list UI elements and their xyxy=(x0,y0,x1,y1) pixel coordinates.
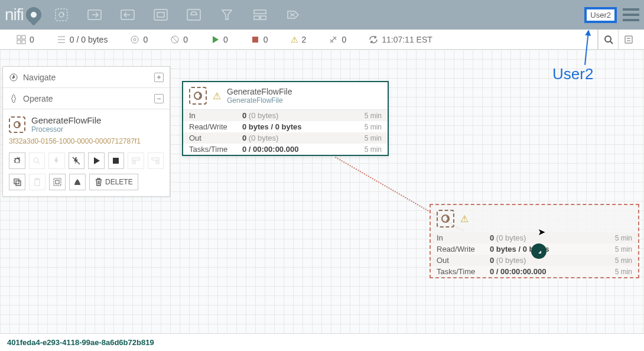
view-button xyxy=(29,152,45,169)
processor-name: GenerateFlowFile xyxy=(227,87,292,96)
operate-proc-type: Processor xyxy=(31,125,101,134)
breadcrumb-root[interactable]: 401feda4-e293-4118-99ae-8a6d6b72b819 xyxy=(7,338,154,347)
status-remote-out: 0 xyxy=(160,35,199,44)
navigate-expand-icon[interactable]: + xyxy=(154,73,164,82)
svg-rect-25 xyxy=(156,161,159,164)
process-group-icon[interactable] xyxy=(152,6,169,23)
funnel-icon[interactable] xyxy=(219,6,235,23)
top-toolbar: nifi User2 xyxy=(0,0,644,30)
start-button[interactable] xyxy=(88,152,105,169)
svg-rect-21 xyxy=(113,158,119,164)
paste-button xyxy=(29,174,45,190)
annotation-label: User2 xyxy=(552,65,593,83)
svg-rect-30 xyxy=(54,178,61,186)
operate-collapse-icon[interactable]: − xyxy=(154,94,164,103)
svg-rect-23 xyxy=(132,161,135,164)
navigate-panel-header[interactable]: Navigate + xyxy=(3,67,170,88)
stat-row: Out0 (0 bytes)5 min xyxy=(183,132,388,144)
operate-panel-body: GenerateFlowFile Processor 3f32a3d0-0156… xyxy=(3,109,170,196)
svg-rect-18 xyxy=(625,36,632,43)
svg-point-20 xyxy=(34,158,38,162)
svg-rect-31 xyxy=(56,180,59,184)
enable-button xyxy=(48,152,65,169)
connection-drop-icon[interactable] xyxy=(531,243,547,259)
copy-button[interactable] xyxy=(9,174,25,190)
svg-rect-9 xyxy=(17,35,21,39)
processor-icon xyxy=(189,87,207,105)
upload-template-button xyxy=(148,152,164,169)
configure-button[interactable] xyxy=(9,152,25,169)
status-queued: 0 / 0 bytes xyxy=(46,35,119,44)
delete-button[interactable]: DELETE xyxy=(89,174,138,190)
status-bar: 0 0 / 0 bytes 0 0 0 0 ⚠ 2 0 11:07:11 EST xyxy=(0,30,644,50)
processor-card-generateflowfile[interactable]: ⚠ GenerateFlowFile GenerateFlowFile In0 … xyxy=(182,81,389,156)
processor-icon[interactable] xyxy=(53,6,70,23)
status-groups: 0 xyxy=(6,35,45,44)
status-running: 0 xyxy=(200,35,239,44)
remote-group-icon[interactable] xyxy=(186,6,202,23)
component-palette xyxy=(53,6,301,23)
user-badge[interactable]: User2 xyxy=(584,7,617,23)
svg-rect-10 xyxy=(22,35,25,39)
bulletin-button[interactable] xyxy=(618,30,638,50)
label-icon[interactable] xyxy=(285,6,301,23)
processor-stats-table: In0 (0 bytes)5 minRead/Write0 bytes / 0 … xyxy=(183,110,388,155)
warning-icon: ⚠ xyxy=(291,35,298,44)
status-stopped: 0 xyxy=(240,35,279,44)
svg-point-13 xyxy=(131,36,138,43)
svg-rect-24 xyxy=(152,158,159,160)
processor-icon xyxy=(437,210,454,228)
svg-point-17 xyxy=(605,36,611,42)
output-port-icon[interactable] xyxy=(119,6,136,23)
disable-button[interactable] xyxy=(69,152,85,169)
svg-rect-11 xyxy=(17,40,21,44)
color-button[interactable] xyxy=(69,174,86,190)
status-disabled: 0 xyxy=(318,35,357,44)
logo: nifi xyxy=(5,5,41,24)
operate-proc-uuid: 3f32a3d0-0156-1000-0000-0000712787f1 xyxy=(9,137,164,145)
svg-rect-22 xyxy=(132,158,139,160)
operate-panel-header[interactable]: Operate − xyxy=(3,88,170,109)
search-button[interactable] xyxy=(598,30,618,50)
svg-point-14 xyxy=(134,38,136,41)
stat-row: In0 (0 bytes)5 min xyxy=(183,110,388,121)
breadcrumb-bar[interactable]: 401feda4-e293-4118-99ae-8a6d6b72b819 xyxy=(0,333,644,351)
svg-rect-12 xyxy=(22,40,25,44)
svg-rect-6 xyxy=(254,10,266,14)
svg-rect-27 xyxy=(16,181,21,186)
status-refresh: 11:07:11 EST xyxy=(358,35,443,44)
processor-icon xyxy=(9,116,25,133)
status-invalid: ⚠ 2 xyxy=(280,35,317,44)
logo-text: nifi xyxy=(5,5,24,24)
svg-rect-16 xyxy=(252,37,258,43)
processor-type: GenerateFlowFile xyxy=(227,96,292,105)
svg-rect-7 xyxy=(254,16,259,20)
stat-row: Read/Write0 bytes / 0 bytes5 min xyxy=(183,121,388,132)
svg-rect-0 xyxy=(56,9,67,21)
logo-drop-icon xyxy=(22,4,44,26)
stat-row: In0 (0 bytes)5 min xyxy=(431,232,638,243)
flow-canvas[interactable]: Navigate + Operate − GenerateFlowFile Pr… xyxy=(0,50,644,333)
warning-icon: ⚠ xyxy=(460,213,469,225)
group-button[interactable] xyxy=(49,174,66,190)
status-remote-in: 0 xyxy=(119,35,158,44)
svg-rect-8 xyxy=(261,16,266,20)
warning-icon: ⚠ xyxy=(213,90,221,102)
hamburger-menu-icon[interactable] xyxy=(623,8,639,21)
template-button xyxy=(128,152,144,169)
svg-rect-3 xyxy=(154,9,167,20)
svg-rect-28 xyxy=(35,179,40,186)
operate-proc-name: GenerateFlowFile xyxy=(31,115,101,125)
stat-row: Tasks/Time0 / 00:00:00.0005 min xyxy=(183,144,388,155)
stat-row: Tasks/Time0 / 00:00:00.0005 min xyxy=(431,266,638,277)
input-port-icon[interactable] xyxy=(86,6,103,23)
stop-button[interactable] xyxy=(108,152,125,169)
svg-rect-26 xyxy=(14,179,19,184)
svg-rect-4 xyxy=(157,12,164,17)
side-panels: Navigate + Operate − GenerateFlowFile Pr… xyxy=(2,66,170,197)
template-icon[interactable] xyxy=(252,6,268,23)
processor-card-ghost[interactable]: ⚠ In0 (0 bytes)5 minRead/Write0 bytes / … xyxy=(430,204,639,278)
